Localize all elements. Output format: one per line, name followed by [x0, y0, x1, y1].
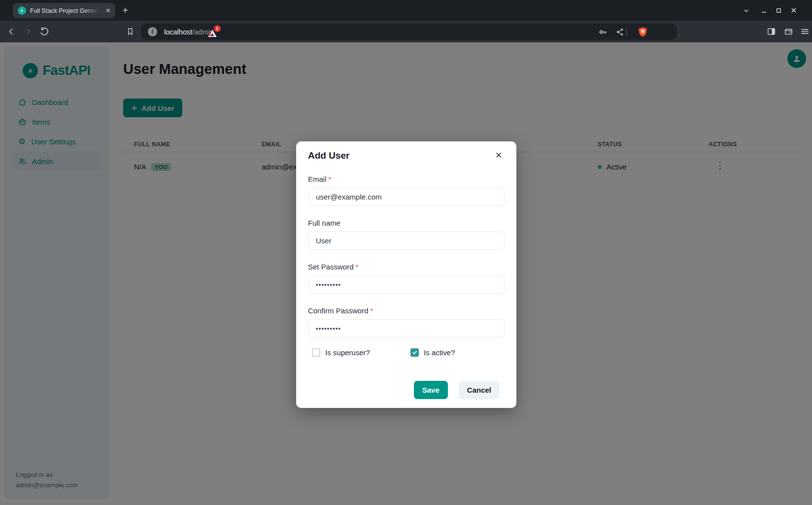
cancel-button[interactable]: Cancel: [459, 381, 500, 399]
required-asterisk: *: [356, 263, 359, 271]
full-name-field[interactable]: [308, 232, 505, 250]
full-name-label: Full name: [308, 219, 505, 228]
brave-rewards-icon[interactable]: 1: [206, 27, 219, 40]
fastapi-favicon-icon: [18, 6, 26, 15]
checkmark-icon: [412, 350, 417, 355]
new-tab-button[interactable]: +: [122, 4, 128, 17]
modal-button-row: Save Cancel: [414, 381, 500, 399]
modal-close-icon[interactable]: ✕: [493, 149, 505, 161]
sidebar-toggle-icon[interactable]: [767, 27, 776, 36]
is-superuser-checkbox[interactable]: [312, 348, 320, 357]
brave-shield-icon[interactable]: [637, 26, 648, 37]
is-superuser-label: Is superuser?: [325, 348, 370, 357]
window-minimize-button[interactable]: [758, 5, 770, 16]
set-password-field-group: Set Password*: [308, 263, 505, 294]
reload-button-icon[interactable]: [39, 27, 49, 36]
share-icon[interactable]: [615, 27, 625, 36]
is-active-label: Is active?: [424, 348, 455, 357]
modal-checkbox-row: Is superuser? Is active?: [308, 348, 505, 358]
email-field[interactable]: [308, 188, 505, 206]
browser-toolbar: i localhost/admin 1: [0, 21, 812, 42]
password-key-icon[interactable]: [598, 27, 608, 37]
confirm-password-label: Confirm Password*: [308, 306, 505, 315]
tab-title: Full Stack Project Genera: [30, 7, 102, 14]
back-button-icon[interactable]: [7, 27, 16, 36]
url-bar[interactable]: i localhost/admin 1: [141, 24, 677, 40]
menu-hamburger-icon[interactable]: [800, 27, 810, 36]
window-maximize-button[interactable]: [773, 5, 784, 16]
email-field-group: Email*: [308, 175, 505, 206]
save-button[interactable]: Save: [414, 381, 448, 399]
tab-search-chevron-icon[interactable]: [740, 5, 752, 16]
confirm-password-field[interactable]: [308, 319, 505, 337]
wallet-icon[interactable]: [784, 27, 793, 36]
site-info-icon[interactable]: i: [148, 27, 157, 36]
email-label: Email*: [308, 175, 505, 184]
browser-tab[interactable]: Full Stack Project Genera ✕: [13, 3, 115, 18]
full-name-field-group: Full name: [308, 219, 505, 250]
tab-close-icon[interactable]: ✕: [105, 7, 111, 14]
is-active-option[interactable]: Is active?: [410, 348, 455, 357]
forward-button-icon[interactable]: [24, 27, 33, 36]
bookmark-icon[interactable]: [126, 28, 135, 36]
set-password-label: Set Password*: [308, 263, 505, 271]
required-asterisk: *: [371, 306, 373, 315]
window-close-button[interactable]: [788, 5, 800, 16]
confirm-password-field-group: Confirm Password*: [308, 306, 505, 337]
toolbar-divider: [626, 28, 627, 36]
is-superuser-option[interactable]: Is superuser?: [312, 348, 370, 357]
add-user-modal: Add User ✕ Email* Full name Set Password…: [296, 141, 516, 408]
modal-title: Add User: [308, 150, 505, 161]
rewards-badge: 1: [214, 25, 221, 32]
is-active-checkbox[interactable]: [410, 348, 419, 357]
url-host: localhost: [164, 28, 192, 36]
set-password-field[interactable]: [308, 275, 505, 294]
browser-tab-strip: Full Stack Project Genera ✕ +: [0, 0, 812, 21]
required-asterisk: *: [329, 175, 332, 183]
